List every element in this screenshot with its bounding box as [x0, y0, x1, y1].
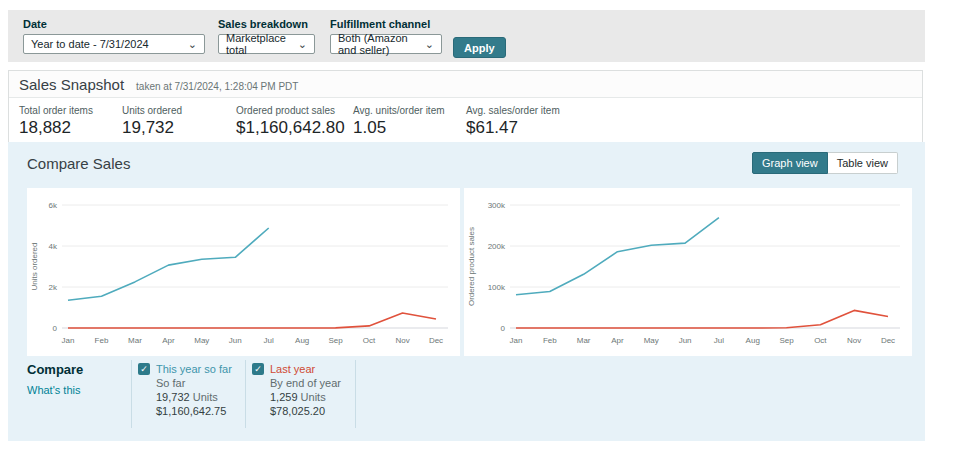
compare-sales-title: Compare Sales: [27, 155, 130, 172]
metric-label: Units ordered: [122, 105, 236, 116]
legend-item-label-0: This year so far: [156, 362, 232, 376]
svg-text:200k: 200k: [488, 242, 506, 251]
legend-item-last-year: ✓ Last year By end of year 1,259 Units $…: [245, 360, 355, 428]
metric-label: Avg. sales/order item: [466, 105, 560, 116]
svg-text:0: 0: [53, 324, 58, 333]
svg-text:0: 0: [501, 324, 506, 333]
view-toggle: Graph view Table view: [752, 152, 898, 174]
sales-breakdown-select[interactable]: Marketplace total ⌄: [218, 34, 315, 54]
legend-units-value: 1,259: [270, 391, 298, 403]
svg-text:Jul: Jul: [264, 336, 274, 345]
svg-text:Nov: Nov: [395, 336, 409, 345]
date-filter-label: Date: [23, 18, 205, 30]
svg-text:6k: 6k: [49, 201, 58, 210]
svg-text:300k: 300k: [488, 201, 506, 210]
fulfillment-channel-select[interactable]: Both (Amazon and seller) ⌄: [330, 34, 442, 54]
svg-text:Mar: Mar: [577, 336, 591, 345]
date-select-value: Year to date - 7/31/2024: [31, 38, 149, 50]
svg-text:Jan: Jan: [62, 336, 75, 345]
whats-this-link[interactable]: What's this: [27, 384, 80, 396]
svg-text:Dec: Dec: [429, 336, 443, 345]
check-icon: ✓: [140, 365, 148, 374]
svg-text:Jul: Jul: [714, 336, 724, 345]
date-filter-group: Date Year to date - 7/31/2024 ⌄: [23, 18, 205, 54]
charts-row: 02k4k6kJanFebMarAprMayJunJulAugSepOctNov…: [27, 188, 912, 356]
chevron-down-icon: ⌄: [425, 40, 434, 48]
metric-avg-sales-order-item: Avg. sales/order item $61.47: [466, 105, 560, 138]
svg-text:Sep: Sep: [329, 336, 344, 345]
svg-text:Oct: Oct: [814, 336, 827, 345]
legend-item-this-year: ✓ This year so far So far 19,732 Units $…: [131, 360, 245, 428]
metric-label: Total order items: [19, 105, 122, 116]
legend-units-value: 19,732: [156, 391, 190, 403]
svg-text:Dec: Dec: [881, 336, 895, 345]
ordered-product-sales-svg: 0100k200k300kJanFebMarAprMayJunJulAugSep…: [464, 188, 912, 356]
graph-view-button[interactable]: Graph view: [752, 152, 828, 174]
legend-item-sub: So far: [156, 377, 185, 389]
svg-text:Aug: Aug: [746, 336, 760, 345]
apply-button[interactable]: Apply: [453, 37, 506, 58]
sales-snapshot-header: Sales Snapshot taken at 7/31/2024, 1:28:…: [9, 71, 922, 98]
metric-value: $1,160,642.80: [236, 118, 353, 138]
legend-item-texts: Last year By end of year 1,259 Units $78…: [270, 362, 341, 418]
chevron-down-icon: ⌄: [188, 40, 197, 48]
compare-label: Compare: [27, 362, 131, 377]
sales-breakdown-select-value: Marketplace total: [226, 32, 290, 56]
fulfillment-channel-filter-group: Fulfillment channel Both (Amazon and sel…: [330, 18, 442, 54]
svg-text:Jun: Jun: [229, 336, 242, 345]
metric-value: $61.47: [466, 118, 560, 138]
filter-bar: Date Year to date - 7/31/2024 ⌄ Sales br…: [8, 10, 925, 62]
svg-text:2k: 2k: [49, 283, 58, 292]
svg-text:Feb: Feb: [543, 336, 557, 345]
svg-text:Apr: Apr: [611, 336, 624, 345]
legend-units-suffix: Units: [190, 391, 218, 403]
units-ordered-chart: 02k4k6kJanFebMarAprMayJunJulAugSepOctNov…: [27, 188, 460, 356]
table-view-button[interactable]: Table view: [828, 152, 898, 174]
snapshot-metrics-row: Total order items 18,882 Units ordered 1…: [9, 98, 922, 148]
fulfillment-channel-label: Fulfillment channel: [330, 18, 442, 30]
legend-item-label-1: Last year: [270, 362, 341, 376]
compare-sales-panel: Compare Sales Graph view Table view 02k4…: [8, 142, 925, 441]
metric-avg-units-order-item: Avg. units/order item 1.05: [353, 105, 466, 138]
svg-text:Jan: Jan: [510, 336, 523, 345]
svg-text:Aug: Aug: [295, 336, 309, 345]
compare-legend-heading: Compare What's this: [27, 360, 131, 428]
legend-divider: [355, 360, 356, 428]
svg-text:Jun: Jun: [679, 336, 692, 345]
svg-text:Apr: Apr: [162, 336, 175, 345]
metric-ordered-product-sales: Ordered product sales $1,160,642.80: [236, 105, 353, 138]
svg-text:May: May: [194, 336, 209, 345]
metric-units-ordered: Units ordered 19,732: [122, 105, 236, 138]
svg-text:4k: 4k: [49, 242, 58, 251]
check-icon: ✓: [254, 365, 262, 374]
legend-item-sub: By end of year: [270, 377, 341, 389]
units-ordered-svg: 02k4k6kJanFebMarAprMayJunJulAugSepOctNov…: [27, 188, 460, 356]
metric-total-order-items: Total order items 18,882: [19, 105, 122, 138]
fulfillment-channel-select-value: Both (Amazon and seller): [338, 32, 417, 56]
sales-breakdown-filter-group: Sales breakdown Marketplace total ⌄: [218, 18, 315, 54]
legend-sales-value: $1,160,642.75: [156, 405, 226, 417]
svg-text:Units ordered: Units ordered: [30, 242, 39, 290]
svg-text:May: May: [644, 336, 659, 345]
metric-label: Avg. units/order item: [353, 105, 466, 116]
legend-item-texts: This year so far So far 19,732 Units $1,…: [156, 362, 232, 418]
metric-label: Ordered product sales: [236, 105, 353, 116]
metric-value: 19,732: [122, 118, 236, 138]
svg-text:Feb: Feb: [95, 336, 109, 345]
compare-legend: Compare What's this ✓ This year so far S…: [27, 360, 356, 428]
svg-text:Nov: Nov: [847, 336, 861, 345]
legend-units-suffix: Units: [298, 391, 326, 403]
metric-value: 18,882: [19, 118, 122, 138]
svg-text:Sep: Sep: [779, 336, 794, 345]
sales-snapshot-title: Sales Snapshot: [19, 76, 124, 93]
this-year-checkbox[interactable]: ✓: [138, 363, 150, 375]
last-year-checkbox[interactable]: ✓: [252, 363, 264, 375]
sales-breakdown-label: Sales breakdown: [218, 18, 315, 30]
sales-snapshot-panel: Sales Snapshot taken at 7/31/2024, 1:28:…: [8, 70, 923, 149]
chevron-down-icon: ⌄: [298, 40, 307, 48]
metric-value: 1.05: [353, 118, 466, 138]
svg-text:100k: 100k: [488, 283, 506, 292]
svg-text:Oct: Oct: [363, 336, 376, 345]
svg-text:Mar: Mar: [128, 336, 142, 345]
date-select[interactable]: Year to date - 7/31/2024 ⌄: [23, 34, 205, 54]
